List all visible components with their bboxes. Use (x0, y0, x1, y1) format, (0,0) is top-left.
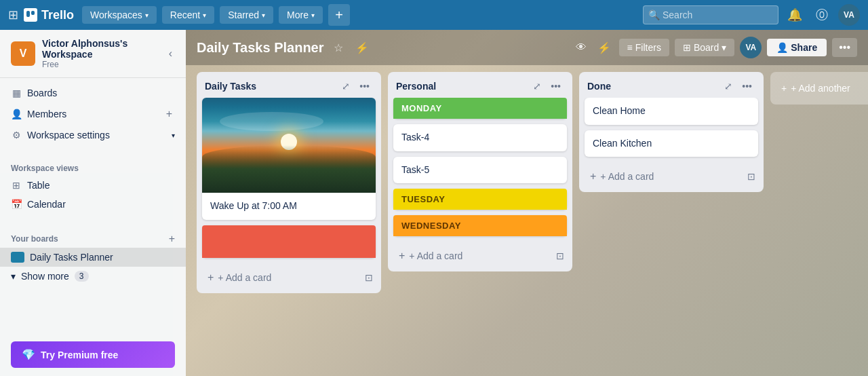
column-filter-button[interactable]: ⤢ (338, 79, 353, 94)
card-image (202, 98, 376, 193)
column-menu-button-done[interactable]: ••• (738, 79, 755, 94)
card-text-clean-home: Clean Home (593, 105, 646, 116)
share-button[interactable]: 👤 Share (767, 39, 827, 56)
card-content-task5: Task-5 (393, 157, 567, 184)
board-automation-button[interactable]: ⚡ (595, 39, 614, 57)
column-footer-inner-done: + + Add a card ⊡ (585, 166, 758, 187)
sidebar-board-daily-tasks[interactable]: Daily Tasks Planner (0, 248, 186, 267)
workspaces-button[interactable]: Workspaces ▾ (82, 6, 157, 24)
trello-logo[interactable]: Trello (24, 8, 74, 22)
card-task5[interactable]: Task-5 (393, 157, 567, 184)
card-monday[interactable]: MONDAY (393, 98, 567, 119)
column-cards-done: Clean Home Clean Kitchen (579, 98, 764, 162)
add-card-button-done[interactable]: + + Add a card (585, 166, 745, 187)
starred-button[interactable]: Starred ▾ (220, 6, 273, 24)
sidebar-item-members[interactable]: 👤 Members + (0, 102, 186, 126)
card-clean-kitchen[interactable]: Clean Kitchen (585, 130, 758, 157)
settings-chevron-icon: ▾ (172, 132, 175, 139)
card-wednesday[interactable]: WEDNESDAY (393, 215, 567, 236)
card-text-task5: Task-5 (401, 164, 429, 175)
search-input[interactable] (643, 5, 778, 24)
sidebar-main-section: ▦ Boards 👤 Members + ⚙ Workspace setting… (0, 78, 186, 150)
share-icon: 👤 (776, 42, 788, 53)
column-title-done: Done (587, 81, 721, 92)
workspace-views-label: Workspace views (11, 164, 79, 173)
board-watch-button[interactable]: 👁 (573, 39, 589, 56)
card-clean-home[interactable]: Clean Home (585, 98, 758, 125)
board-thumbnail (11, 252, 24, 263)
card-content-task4: Task-4 (393, 124, 567, 151)
add-list-button[interactable]: + + Add another (770, 72, 868, 105)
workspace-avatar: V (11, 41, 35, 66)
board-more-button[interactable]: ••• (832, 38, 857, 57)
add-board-button[interactable]: + (169, 233, 175, 245)
card-content-clean-kitchen: Clean Kitchen (585, 130, 758, 157)
board-view-button[interactable]: ⊞ Board ▾ (675, 39, 734, 56)
add-card-button-personal[interactable]: + + Add a card (393, 246, 553, 266)
column-filter-button-done[interactable]: ⤢ (721, 79, 736, 94)
premium-button[interactable]: 💎 Try Premium free (11, 341, 175, 368)
card-text-clean-kitchen: Clean Kitchen (593, 138, 652, 149)
workspace-views-header: Workspace views (0, 155, 186, 176)
your-boards-header: Your boards + (0, 225, 186, 248)
more-chevron-icon: ▾ (311, 12, 315, 19)
column-header-buttons: ⤢ ••• (338, 79, 373, 94)
card-wake-up[interactable]: Wake Up at 7:00 AM (202, 98, 376, 220)
your-boards-label: Your boards (11, 234, 58, 244)
column-menu-button-personal[interactable]: ••• (547, 79, 564, 94)
card-template-button-daily[interactable]: ⊡ (362, 269, 376, 286)
help-icon[interactable]: ⓪ (811, 4, 833, 26)
workspaces-chevron-icon: ▾ (145, 12, 149, 19)
grid-icon[interactable]: ⊞ (8, 7, 18, 22)
trello-logo-text: Trello (41, 8, 74, 22)
show-more-chevron-icon: ▾ (11, 271, 16, 282)
card-monday-label: MONDAY (393, 98, 567, 119)
column-footer-done: + + Add a card ⊡ (579, 162, 764, 192)
show-more-label: Show more (21, 271, 69, 282)
view-chevron-icon: ▾ (722, 42, 726, 53)
sidebar-item-boards[interactable]: ▦ Boards (0, 83, 186, 102)
column-title-personal: Personal (396, 81, 530, 92)
board-title: Daily Tasks Planner (197, 40, 324, 56)
your-boards-section: Your boards + Daily Tasks Planner ▾ Show… (0, 219, 186, 291)
card-task4[interactable]: Task-4 (393, 124, 567, 151)
card-red-label (202, 225, 376, 258)
more-button[interactable]: More ▾ (279, 6, 323, 24)
card-red[interactable] (202, 225, 376, 258)
add-member-button[interactable]: + (163, 107, 175, 121)
workspace-tier: Free (42, 60, 159, 69)
sidebar-item-table[interactable]: ⊞ Table (0, 176, 186, 195)
board-filters-button[interactable]: ≡ Filters (619, 39, 669, 56)
column-footer-inner-personal: + + Add a card ⊡ (393, 246, 567, 266)
hills-element (202, 145, 376, 193)
workspace-header: V Victor Alphonsus's Workspace Free ‹ (0, 30, 186, 78)
board-user-avatar[interactable]: VA (740, 37, 762, 58)
recent-button[interactable]: Recent ▾ (162, 6, 214, 24)
sidebar-item-calendar[interactable]: 📅 Calendar (0, 195, 186, 214)
add-card-button-daily-tasks[interactable]: + + Add a card (202, 267, 362, 288)
card-template-button-done[interactable]: ⊡ (745, 168, 758, 185)
card-tuesday-label: TUESDAY (393, 189, 567, 210)
calendar-icon: 📅 (11, 199, 22, 210)
user-avatar[interactable]: VA (838, 4, 860, 26)
card-template-button-personal[interactable]: ⊡ (553, 248, 567, 264)
sidebar-settings-label: Workspace settings (27, 130, 166, 140)
sidebar-collapse-button[interactable]: ‹ (166, 45, 175, 62)
table-label: Table (27, 180, 175, 191)
add-card-icon-done: + (590, 170, 596, 183)
sunset-background (202, 98, 376, 193)
columns-area: Daily Tasks ⤢ ••• (186, 65, 868, 371)
create-button[interactable]: + (328, 4, 350, 26)
column-header-buttons-personal: ⤢ ••• (530, 79, 564, 94)
trello-logo-square (24, 8, 37, 22)
card-tuesday[interactable]: TUESDAY (393, 189, 567, 210)
column-filter-button-personal[interactable]: ⤢ (530, 79, 545, 94)
recent-chevron-icon: ▾ (203, 12, 206, 19)
sidebar-item-workspace-settings[interactable]: ⚙ Workspace settings ▾ (0, 126, 186, 145)
show-more-button[interactable]: ▾ Show more 3 (0, 267, 186, 286)
star-board-button[interactable]: ☆ (331, 39, 346, 57)
board-power-icon[interactable]: ⚡ (353, 39, 372, 57)
board-name: Daily Tasks Planner (30, 252, 113, 263)
column-menu-button[interactable]: ••• (356, 79, 373, 94)
notifications-icon[interactable]: 🔔 (784, 4, 806, 26)
